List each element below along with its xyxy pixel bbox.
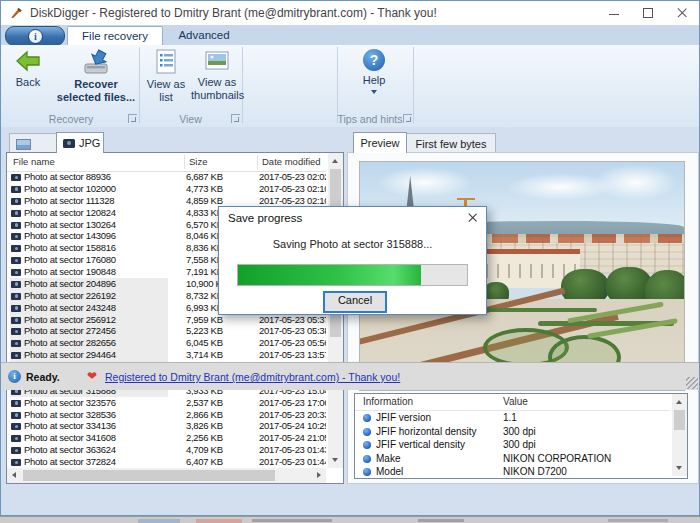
file-row[interactable]: Photo at sector 3416082,256 KB2017-05-24…: [7, 432, 326, 444]
tab-advanced[interactable]: Advanced: [167, 26, 241, 45]
file-size: 3,826 KB: [186, 420, 223, 432]
camera-icon: [11, 198, 21, 205]
help-button[interactable]: ? Help: [349, 49, 399, 94]
diskdigger-app-icon: [9, 6, 24, 20]
file-name: Photo at sector 256912: [24, 314, 116, 325]
file-name: Photo at sector 204896: [24, 278, 116, 289]
progress-fill: [238, 265, 421, 285]
file-size: 6,407 KB: [186, 456, 223, 468]
dialog-launcher-icon[interactable]: [231, 114, 240, 123]
bullet-icon: [363, 468, 371, 476]
view-as-list-button[interactable]: View as list: [143, 49, 189, 103]
camera-icon: [11, 317, 21, 324]
info-row[interactable]: ModelNIKON D7200: [355, 465, 670, 478]
ribbon: Back Recover selected files... View as l…: [1, 45, 699, 128]
camera-icon: [11, 435, 21, 442]
file-row[interactable]: Photo at sector 2826566,045 KB2017-05-23…: [7, 337, 326, 349]
recover-files-icon: [80, 49, 112, 75]
dialog-launcher-icon[interactable]: [403, 114, 412, 123]
file-row[interactable]: Photo at sector 2569127,959 KB2017-05-23…: [7, 314, 326, 326]
column-information[interactable]: Information: [363, 394, 413, 410]
column-date-modified[interactable]: Date modified: [262, 153, 321, 171]
status-info-icon: i: [8, 370, 21, 383]
help-icon: ?: [363, 49, 385, 71]
file-row[interactable]: Photo at sector 3235762,537 KB2017-05-23…: [7, 397, 326, 409]
file-size: 4,709 KB: [186, 444, 223, 456]
group-separator: [337, 47, 338, 123]
file-name: Photo at sector 334136: [24, 420, 116, 431]
dialog-launcher-icon[interactable]: [128, 114, 137, 123]
file-row[interactable]: Photo at sector 2944643,714 KB2017-05-23…: [7, 349, 326, 361]
file-size: 7,959 KB: [186, 314, 223, 326]
file-row[interactable]: Photo at sector 3636244,709 KB2017-05-23…: [7, 444, 326, 456]
help-dropdown-caret-icon: [371, 90, 377, 94]
column-size[interactable]: Size: [189, 153, 207, 171]
window-title: DiskDigger - Registered to Dmitry Brant …: [30, 6, 437, 20]
camera-icon: [11, 210, 21, 217]
info-row[interactable]: JFIF vertical density300 dpi: [355, 438, 670, 452]
column-file-name[interactable]: File name: [13, 153, 55, 171]
view-list-label: View as list: [147, 78, 185, 103]
file-row[interactable]: Photo at sector 3728246,407 KB2017-05-23…: [7, 456, 326, 468]
file-name: Photo at sector 102000: [24, 183, 116, 194]
info-vertical-scrollbar[interactable]: [672, 394, 687, 476]
camera-icon: [11, 447, 21, 454]
info-value: NIKON D7200: [503, 465, 567, 478]
file-name: Photo at sector 88936: [24, 171, 111, 182]
recover-selected-files-button[interactable]: Recover selected files...: [53, 49, 139, 103]
cancel-button[interactable]: Cancel: [323, 291, 387, 313]
minimize-button[interactable]: [597, 1, 631, 25]
file-size: 3,714 KB: [186, 349, 223, 361]
app-menu-button[interactable]: i: [5, 26, 65, 46]
camera-icon: [11, 305, 21, 312]
tab-file-recovery[interactable]: File recovery: [67, 26, 163, 46]
file-date: 2017-05-23 02:10:44: [259, 195, 326, 207]
info-value: 300 dpi: [503, 438, 536, 452]
file-size: 4,859 KB: [186, 195, 223, 207]
back-button[interactable]: Back: [7, 49, 49, 89]
view-thumbs-label: View as thumbnails: [191, 76, 244, 101]
tab-preview[interactable]: Preview: [353, 132, 407, 153]
file-date: 2017-05-23 01:43:40: [259, 444, 326, 456]
group-separator: [413, 47, 414, 123]
column-value[interactable]: Value: [503, 394, 528, 410]
file-name: Photo at sector 328536: [24, 409, 116, 420]
camera-icon: [11, 281, 21, 288]
horizontal-scrollbar[interactable]: [7, 468, 326, 483]
close-button[interactable]: [665, 1, 699, 25]
info-row[interactable]: JFIF horizontal density300 dpi: [355, 425, 670, 439]
file-name: Photo at sector 111328: [24, 195, 114, 206]
save-progress-dialog: Save progress Saving Photo at sector 315…: [218, 206, 487, 315]
resize-grip[interactable]: [686, 377, 698, 389]
camera-icon: [11, 340, 21, 347]
progress-bar: [237, 264, 468, 286]
group-separator: [139, 47, 140, 123]
file-row[interactable]: Photo at sector 3285362,866 KB2017-05-23…: [7, 409, 326, 421]
maximize-button[interactable]: [631, 1, 665, 25]
camera-icon: [11, 293, 21, 300]
registered-link[interactable]: Registered to Dmitry Brant (me@dmitrybra…: [105, 371, 400, 383]
file-row[interactable]: Photo at sector 3341363,826 KB2017-05-24…: [7, 420, 326, 432]
view-as-thumbnails-button[interactable]: View as thumbnails: [191, 49, 243, 101]
file-size: 5,223 KB: [186, 325, 223, 337]
file-date: 2017-05-23 01:44:49: [259, 456, 326, 468]
back-label: Back: [16, 76, 40, 88]
file-row[interactable]: Photo at sector 2724565,223 KB2017-05-23…: [7, 325, 326, 337]
info-row[interactable]: JFIF version1.1: [355, 411, 670, 425]
camera-icon: [11, 459, 21, 466]
file-row[interactable]: Photo at sector 889366,687 KB2017-05-23 …: [7, 171, 326, 183]
file-name: Photo at sector 190848: [24, 266, 116, 277]
info-table-header: Information Value: [355, 394, 670, 411]
camera-icon: [11, 400, 21, 407]
info-key: Make: [376, 453, 400, 464]
file-row[interactable]: Photo at sector 1020004,773 KB2017-05-23…: [7, 183, 326, 195]
group-label-recovery: Recovery: [3, 113, 139, 125]
info-row[interactable]: MakeNIKON CORPORATION: [355, 452, 670, 466]
file-row[interactable]: Photo at sector 1113284,859 KB2017-05-23…: [7, 195, 326, 207]
file-date: 2017-05-23 05:37:03: [259, 314, 326, 326]
dialog-close-icon[interactable]: [464, 210, 480, 226]
tab-jpg[interactable]: JPG: [56, 132, 104, 153]
camera-icon: [11, 233, 21, 240]
file-date: 2017-05-23 20:33:32: [259, 409, 326, 421]
ribbon-tab-strip: i File recovery Advanced: [1, 25, 699, 45]
